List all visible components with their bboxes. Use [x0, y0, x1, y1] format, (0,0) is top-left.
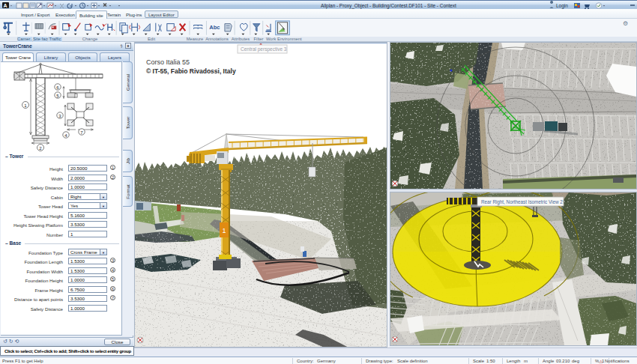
- svg-text:Login: Login: [556, 3, 568, 9]
- svg-text:1: 1: [222, 227, 226, 234]
- svg-text:A: A: [4, 3, 7, 8]
- svg-text:Allplan - Proxy_Object - Build: Allplan - Proxy_Object - Building/Contes…: [321, 3, 456, 9]
- svg-text:Central perspective 3: Central perspective 3: [241, 46, 287, 52]
- svg-text:Corso Italia 55: Corso Italia 55: [146, 58, 190, 66]
- svg-text:Abc: Abc: [209, 24, 220, 31]
- svg-text:© IT-55, Fabio Rivadossi, Ital: © IT-55, Fabio Rivadossi, Italy: [146, 67, 236, 75]
- svg-text:Rear Right, Northeast Isometri: Rear Right, Northeast Isometric View 2: [481, 199, 563, 205]
